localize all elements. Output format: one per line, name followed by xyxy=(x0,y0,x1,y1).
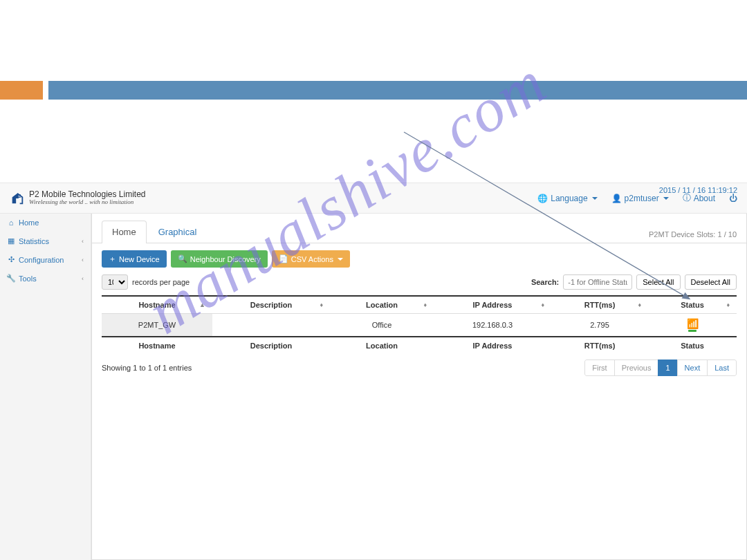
page-first-button[interactable]: First xyxy=(584,360,614,376)
col-rtt[interactable]: RTT(ms)♦ xyxy=(551,296,648,314)
fcol-ip: IP Address xyxy=(434,337,551,354)
user-menu[interactable]: 👤 p2mtuser xyxy=(611,194,669,203)
table-footer-row: Hostname Description Location IP Address… xyxy=(102,337,737,354)
sort-icon: ♦ xyxy=(320,303,323,307)
brand: 2 P2 Mobile Technologies Limited Wireles… xyxy=(10,190,146,207)
sidebar-item-label: Tools xyxy=(19,274,37,283)
tab-home[interactable]: Home xyxy=(102,221,147,243)
language-menu[interactable]: 🌐 Language xyxy=(537,194,597,203)
search-input[interactable] xyxy=(563,274,632,290)
csv-actions-button[interactable]: 📄 CSV Actions xyxy=(272,250,350,268)
svg-text:2: 2 xyxy=(19,194,21,198)
fcol-status: Status xyxy=(648,337,737,354)
wifi-online-icon: 📶 xyxy=(654,318,731,332)
chevron-left-icon: ‹ xyxy=(82,238,84,245)
col-ip[interactable]: IP Address♦ xyxy=(434,296,551,314)
sort-icon: ♦ xyxy=(423,303,427,307)
sort-icon: ♦ xyxy=(726,303,730,307)
wrench-icon: 🔧 xyxy=(7,274,15,283)
sidebar-item-label: Home xyxy=(19,218,39,227)
power-button[interactable]: ⏻ xyxy=(729,194,737,203)
sort-asc-icon: ▲ xyxy=(199,303,205,307)
app-header: 2 P2 Mobile Technologies Limited Wireles… xyxy=(0,183,747,214)
power-icon: ⏻ xyxy=(729,194,737,203)
button-label: Neighbour Discovery xyxy=(190,255,261,263)
grid-icon: ▦ xyxy=(7,236,15,245)
records-per-page-select[interactable]: 10 xyxy=(102,274,128,290)
neighbour-discovery-button[interactable]: 🔍 Neighbour Discovery xyxy=(171,250,268,268)
tab-bar: Home Graphical P2MT Device Slots: 1 / 10 xyxy=(92,214,746,243)
device-slots-info: P2MT Device Slots: 1 / 10 xyxy=(649,230,737,243)
select-all-button[interactable]: Select All xyxy=(636,274,680,290)
cell-status: 📶 xyxy=(648,314,737,337)
tab-label: Graphical xyxy=(158,227,197,237)
new-device-button[interactable]: ＋ New Device xyxy=(102,250,167,268)
caret-down-icon xyxy=(663,197,669,200)
caret-down-icon xyxy=(338,258,343,261)
button-label: CSV Actions xyxy=(291,255,333,263)
col-description[interactable]: Description♦ xyxy=(212,296,330,314)
table-header-row: Hostname▲ Description♦ Location♦ IP Addr… xyxy=(102,296,737,314)
language-label: Language xyxy=(551,194,587,203)
accent-blue xyxy=(48,81,747,100)
page-prev-button[interactable]: Previous xyxy=(614,360,659,376)
cell-ip: 192.168.0.3 xyxy=(434,314,551,337)
col-location[interactable]: Location♦ xyxy=(330,296,434,314)
cell-location: Office xyxy=(330,314,434,337)
records-label: records per page xyxy=(132,278,190,286)
fcol-hostname: Hostname xyxy=(102,337,212,354)
sidebar-item-tools[interactable]: 🔧 Tools ‹ xyxy=(0,269,91,288)
user-icon: 👤 xyxy=(611,194,622,203)
datetime-label: 2015 / 11 / 16 11:19:12 xyxy=(659,186,737,194)
sidebar: ⌂ Home ▦ Statistics ‹ ✣ Configuration ‹ … xyxy=(0,214,91,560)
caret-down-icon xyxy=(592,197,598,200)
sidebar-item-configuration[interactable]: ✣ Configuration ‹ xyxy=(0,250,91,269)
brand-subtitle: Wirelessing the world .. with no limitat… xyxy=(29,199,146,206)
deselect-all-button[interactable]: Deselect All xyxy=(685,274,737,290)
fcol-description: Description xyxy=(212,337,330,354)
sidebar-item-label: Statistics xyxy=(19,237,49,245)
showing-entries-label: Showing 1 to 1 of 1 entries xyxy=(102,364,192,372)
page-last-button[interactable]: Last xyxy=(707,360,737,376)
tab-graphical[interactable]: Graphical xyxy=(148,221,208,243)
pagination: First Previous 1 Next Last xyxy=(584,360,737,376)
search-icon: 🔍 xyxy=(178,254,187,263)
search-label: Search: xyxy=(531,278,559,286)
about-label: About xyxy=(694,194,715,203)
chevron-left-icon: ‹ xyxy=(82,256,84,263)
accent-orange xyxy=(0,81,43,100)
fcol-location: Location xyxy=(330,337,434,354)
page-next-button[interactable]: Next xyxy=(677,360,708,376)
brand-logo-icon: 2 xyxy=(10,190,25,207)
tab-label: Home xyxy=(112,227,136,237)
sort-icon: ♦ xyxy=(541,303,544,307)
sidebar-item-label: Configuration xyxy=(19,256,64,264)
plus-icon: ＋ xyxy=(109,254,116,264)
top-accent-bar xyxy=(0,81,747,100)
col-hostname[interactable]: Hostname▲ xyxy=(102,296,212,314)
home-icon: ⌂ xyxy=(7,218,15,227)
sidebar-item-statistics[interactable]: ▦ Statistics ‹ xyxy=(0,232,91,250)
table-row[interactable]: P2MT_GW Office 192.168.0.3 2.795 📶 xyxy=(102,314,737,337)
user-label: p2mtuser xyxy=(625,194,659,203)
sort-icon: ♦ xyxy=(638,303,641,307)
cell-rtt: 2.795 xyxy=(551,314,648,337)
page-number-button[interactable]: 1 xyxy=(658,360,677,376)
chevron-left-icon: ‹ xyxy=(82,275,84,282)
cell-description xyxy=(212,314,330,337)
button-label: New Device xyxy=(119,255,160,263)
file-icon: 📄 xyxy=(279,254,288,263)
share-icon: ✣ xyxy=(7,255,15,264)
cell-hostname: P2MT_GW xyxy=(102,314,212,337)
fcol-rtt: RTT(ms) xyxy=(551,337,648,354)
col-status[interactable]: Status♦ xyxy=(648,296,737,314)
device-table: Hostname▲ Description♦ Location♦ IP Addr… xyxy=(102,295,737,354)
sidebar-item-home[interactable]: ⌂ Home xyxy=(0,214,91,232)
globe-icon: 🌐 xyxy=(537,194,548,203)
